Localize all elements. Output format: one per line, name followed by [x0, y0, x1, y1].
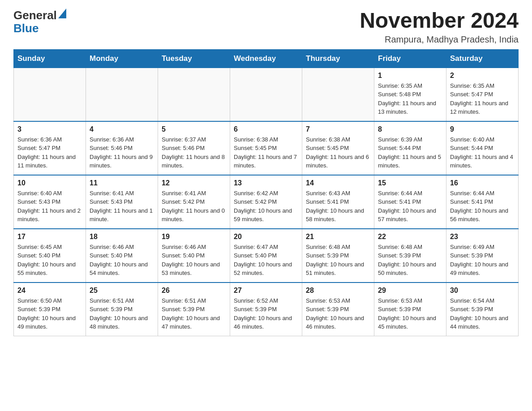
day-number: 1 [378, 72, 442, 80]
calendar-cell: 19Sunrise: 6:46 AM Sunset: 5:40 PM Dayli… [158, 229, 230, 283]
day-header-saturday: Saturday [446, 49, 519, 68]
day-number: 6 [234, 125, 298, 133]
calendar-cell: 7Sunrise: 6:38 AM Sunset: 5:45 PM Daylig… [302, 121, 374, 175]
day-info: Sunrise: 6:41 AM Sunset: 5:43 PM Dayligh… [90, 189, 154, 224]
day-info: Sunrise: 6:40 AM Sunset: 5:43 PM Dayligh… [17, 189, 82, 224]
day-info: Sunrise: 6:39 AM Sunset: 5:44 PM Dayligh… [378, 135, 442, 170]
day-info: Sunrise: 6:41 AM Sunset: 5:42 PM Dayligh… [162, 189, 226, 224]
day-number: 9 [450, 125, 515, 133]
calendar-cell [86, 68, 158, 121]
calendar-week-4: 17Sunrise: 6:45 AM Sunset: 5:40 PM Dayli… [14, 229, 519, 283]
day-number: 26 [162, 287, 226, 295]
day-info: Sunrise: 6:38 AM Sunset: 5:45 PM Dayligh… [306, 135, 370, 170]
day-number: 16 [450, 179, 515, 187]
logo-triangle-icon [58, 9, 66, 18]
day-header-tuesday: Tuesday [158, 49, 230, 68]
day-number: 11 [90, 179, 154, 187]
logo-blue: Blue [13, 21, 39, 35]
day-info: Sunrise: 6:46 AM Sunset: 5:40 PM Dayligh… [162, 243, 226, 278]
day-info: Sunrise: 6:35 AM Sunset: 5:48 PM Dayligh… [378, 81, 442, 116]
day-info: Sunrise: 6:48 AM Sunset: 5:39 PM Dayligh… [378, 243, 442, 278]
calendar-cell: 2Sunrise: 6:35 AM Sunset: 5:47 PM Daylig… [446, 68, 519, 121]
day-info: Sunrise: 6:53 AM Sunset: 5:39 PM Dayligh… [378, 296, 442, 331]
svg-marker-0 [58, 9, 66, 18]
calendar-cell: 3Sunrise: 6:36 AM Sunset: 5:47 PM Daylig… [14, 121, 86, 175]
day-number: 14 [306, 179, 370, 187]
day-number: 18 [90, 233, 154, 241]
calendar-cell: 16Sunrise: 6:44 AM Sunset: 5:41 PM Dayli… [446, 175, 519, 229]
day-info: Sunrise: 6:52 AM Sunset: 5:39 PM Dayligh… [234, 296, 298, 331]
month-title: November 2024 [360, 9, 519, 33]
calendar-week-5: 24Sunrise: 6:50 AM Sunset: 5:39 PM Dayli… [14, 283, 519, 336]
calendar-header-row: SundayMondayTuesdayWednesdayThursdayFrid… [14, 49, 519, 68]
day-number: 10 [17, 179, 82, 187]
calendar-cell: 29Sunrise: 6:53 AM Sunset: 5:39 PM Dayli… [374, 283, 446, 336]
day-number: 4 [90, 125, 154, 133]
logo: General Blue [13, 9, 66, 34]
calendar-cell: 22Sunrise: 6:48 AM Sunset: 5:39 PM Dayli… [374, 229, 446, 283]
title-section: November 2024 Rampura, Madhya Pradesh, I… [360, 9, 519, 45]
day-header-monday: Monday [86, 49, 158, 68]
day-info: Sunrise: 6:49 AM Sunset: 5:39 PM Dayligh… [450, 243, 515, 278]
calendar-cell: 26Sunrise: 6:51 AM Sunset: 5:39 PM Dayli… [158, 283, 230, 336]
day-number: 25 [90, 287, 154, 295]
day-number: 21 [306, 233, 370, 241]
day-info: Sunrise: 6:44 AM Sunset: 5:41 PM Dayligh… [450, 189, 515, 224]
calendar-cell [230, 68, 302, 121]
calendar-cell: 24Sunrise: 6:50 AM Sunset: 5:39 PM Dayli… [14, 283, 86, 336]
day-info: Sunrise: 6:50 AM Sunset: 5:39 PM Dayligh… [17, 296, 82, 331]
calendar-cell: 4Sunrise: 6:36 AM Sunset: 5:46 PM Daylig… [86, 121, 158, 175]
day-number: 17 [17, 233, 82, 241]
day-number: 29 [378, 287, 442, 295]
day-number: 12 [162, 179, 226, 187]
day-number: 22 [378, 233, 442, 241]
calendar-week-1: 1Sunrise: 6:35 AM Sunset: 5:48 PM Daylig… [14, 68, 519, 121]
calendar-cell: 21Sunrise: 6:48 AM Sunset: 5:39 PM Dayli… [302, 229, 374, 283]
calendar-cell: 13Sunrise: 6:42 AM Sunset: 5:42 PM Dayli… [230, 175, 302, 229]
calendar-cell: 25Sunrise: 6:51 AM Sunset: 5:39 PM Dayli… [86, 283, 158, 336]
day-info: Sunrise: 6:44 AM Sunset: 5:41 PM Dayligh… [378, 189, 442, 224]
calendar-cell [302, 68, 374, 121]
calendar-table: SundayMondayTuesdayWednesdayThursdayFrid… [13, 49, 519, 336]
day-header-sunday: Sunday [14, 49, 86, 68]
day-number: 7 [306, 125, 370, 133]
day-info: Sunrise: 6:40 AM Sunset: 5:44 PM Dayligh… [450, 135, 515, 170]
day-info: Sunrise: 6:47 AM Sunset: 5:40 PM Dayligh… [234, 243, 298, 278]
day-info: Sunrise: 6:37 AM Sunset: 5:46 PM Dayligh… [162, 135, 226, 170]
day-number: 30 [450, 287, 515, 295]
calendar-cell: 11Sunrise: 6:41 AM Sunset: 5:43 PM Dayli… [86, 175, 158, 229]
day-info: Sunrise: 6:36 AM Sunset: 5:47 PM Dayligh… [17, 135, 82, 170]
day-info: Sunrise: 6:51 AM Sunset: 5:39 PM Dayligh… [90, 296, 154, 331]
calendar-week-2: 3Sunrise: 6:36 AM Sunset: 5:47 PM Daylig… [14, 121, 519, 175]
day-number: 24 [17, 287, 82, 295]
logo-general: General [13, 9, 57, 22]
day-number: 15 [378, 179, 442, 187]
calendar-cell: 18Sunrise: 6:46 AM Sunset: 5:40 PM Dayli… [86, 229, 158, 283]
location: Rampura, Madhya Pradesh, India [360, 34, 519, 45]
calendar-cell: 14Sunrise: 6:43 AM Sunset: 5:41 PM Dayli… [302, 175, 374, 229]
day-header-wednesday: Wednesday [230, 49, 302, 68]
calendar-cell: 20Sunrise: 6:47 AM Sunset: 5:40 PM Dayli… [230, 229, 302, 283]
day-number: 8 [378, 125, 442, 133]
day-info: Sunrise: 6:51 AM Sunset: 5:39 PM Dayligh… [162, 296, 226, 331]
day-info: Sunrise: 6:36 AM Sunset: 5:46 PM Dayligh… [90, 135, 154, 170]
calendar-cell: 1Sunrise: 6:35 AM Sunset: 5:48 PM Daylig… [374, 68, 446, 121]
day-number: 19 [162, 233, 226, 241]
day-info: Sunrise: 6:54 AM Sunset: 5:39 PM Dayligh… [450, 296, 515, 331]
calendar-cell: 30Sunrise: 6:54 AM Sunset: 5:39 PM Dayli… [446, 283, 519, 336]
day-info: Sunrise: 6:48 AM Sunset: 5:39 PM Dayligh… [306, 243, 370, 278]
day-info: Sunrise: 6:43 AM Sunset: 5:41 PM Dayligh… [306, 189, 370, 224]
calendar-cell: 12Sunrise: 6:41 AM Sunset: 5:42 PM Dayli… [158, 175, 230, 229]
calendar-week-3: 10Sunrise: 6:40 AM Sunset: 5:43 PM Dayli… [14, 175, 519, 229]
day-info: Sunrise: 6:45 AM Sunset: 5:40 PM Dayligh… [17, 243, 82, 278]
calendar-cell: 27Sunrise: 6:52 AM Sunset: 5:39 PM Dayli… [230, 283, 302, 336]
day-number: 5 [162, 125, 226, 133]
calendar-cell: 5Sunrise: 6:37 AM Sunset: 5:46 PM Daylig… [158, 121, 230, 175]
day-header-friday: Friday [374, 49, 446, 68]
calendar-cell: 17Sunrise: 6:45 AM Sunset: 5:40 PM Dayli… [14, 229, 86, 283]
day-number: 28 [306, 287, 370, 295]
calendar-cell [14, 68, 86, 121]
calendar-cell: 10Sunrise: 6:40 AM Sunset: 5:43 PM Dayli… [14, 175, 86, 229]
page-header: General Blue November 2024 Rampura, Madh… [13, 9, 519, 45]
day-info: Sunrise: 6:53 AM Sunset: 5:39 PM Dayligh… [306, 296, 370, 331]
